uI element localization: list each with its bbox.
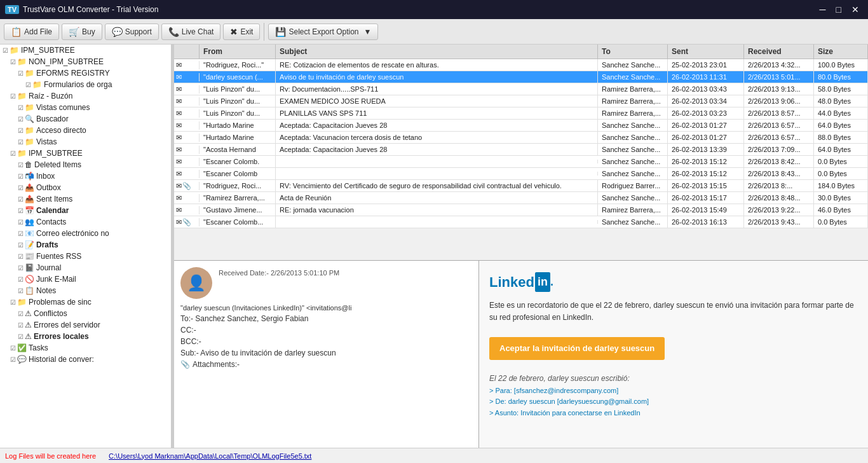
minimize-button[interactable]: ─ <box>816 4 830 15</box>
table-row[interactable]: ✉ "Escaner Colomb Sanchez Sanche... 26-0… <box>174 168 868 180</box>
tree-checkbox[interactable]: ☑ <box>18 116 24 123</box>
sidebar-item-buscador[interactable]: ☑ 🔍 Buscador <box>0 113 171 125</box>
tree-checkbox[interactable]: ☑ <box>18 70 24 77</box>
tree-checkbox[interactable]: ☑ <box>18 322 24 329</box>
sidebar-item-historial[interactable]: ☑ 💬 Historial de conver: <box>0 354 171 365</box>
tree-checkbox[interactable]: ☑ <box>18 219 24 226</box>
table-row[interactable]: ✉ "Luis Pinzon" du... EXAMEN MEDICO JOSE… <box>174 95 868 107</box>
tree-label: Correo electrónico no <box>36 229 109 238</box>
header-size[interactable]: Size <box>814 45 868 59</box>
email-icon: ✉ <box>176 109 182 118</box>
tree-checkbox[interactable]: ☑ <box>18 265 24 272</box>
tree-checkbox[interactable]: ☑ <box>25 81 31 88</box>
tree-checkbox[interactable]: ☑ <box>18 184 24 191</box>
sidebar-item-fuentes_rss[interactable]: ☑ 📰 Fuentes RSS <box>0 251 171 262</box>
tree-checkbox[interactable]: ☑ <box>18 104 24 111</box>
table-row[interactable]: ✉ "Gustavo Jimene... RE: jornada vacunac… <box>174 204 868 216</box>
table-row[interactable]: ✉ "Luis Pinzon" du... Rv: Documentacion.… <box>174 83 868 95</box>
sidebar-item-junk_email[interactable]: ☑ 🚫 Junk E-Mail <box>0 273 171 285</box>
tree-checkbox[interactable]: ☑ <box>18 173 24 180</box>
sidebar-item-contacts[interactable]: ☑ 👥 Contacts <box>0 216 171 228</box>
sidebar-item-calendar[interactable]: ☑ 📅 Calendar <box>0 205 171 216</box>
sidebar-item-acceso_directo[interactable]: ☑ 📁 Acceso directo <box>0 125 171 136</box>
sidebar-item-drafts[interactable]: ☑ 📝 Drafts <box>0 239 171 251</box>
sidebar-item-formularios[interactable]: ☑ 📁 Formularios de orga <box>0 79 171 90</box>
log-path-link[interactable]: C:\Users\Lyod Marknam\AppData\Local\Temp… <box>109 452 311 460</box>
tree-checkbox[interactable]: ☑ <box>10 150 16 157</box>
sidebar-item-conflictos[interactable]: ☑ ⚠ Conflictos <box>0 308 171 319</box>
tree-checkbox[interactable]: ☑ <box>18 207 24 214</box>
sidebar-item-inbox[interactable]: ☑ 📬 Inbox <box>0 170 171 182</box>
tree-checkbox[interactable]: ☑ <box>18 287 24 294</box>
maximize-button[interactable]: □ <box>832 4 845 15</box>
header-received[interactable]: Received <box>744 45 814 59</box>
row-received: 2/26/2013 8:43... <box>744 168 814 179</box>
table-row[interactable]: ✉ "Hurtado Marine Aceptada: Vacunacion t… <box>174 132 868 144</box>
tree-checkbox[interactable]: ☑ <box>18 276 24 283</box>
tree-checkbox[interactable]: ☑ <box>10 345 16 352</box>
tree-checkbox[interactable]: ☑ <box>18 253 24 260</box>
select-export-button[interactable]: 💾 Select Export Option ▼ <box>268 24 378 40</box>
tree-checkbox[interactable]: ☑ <box>18 139 24 146</box>
email-list-header: From Subject To Sent Received Size <box>174 45 868 59</box>
tree-checkbox[interactable]: ☑ <box>18 242 24 249</box>
tree-checkbox[interactable]: ☑ <box>10 356 16 363</box>
sidebar-item-ipm_subtree2[interactable]: ☑ 📁 IPM_SUBTREE <box>0 148 171 159</box>
live-chat-button[interactable]: 📞 Live Chat <box>161 24 221 40</box>
row-sent: 26-02-2013 15:49 <box>668 204 744 216</box>
tree-checkbox[interactable]: ☑ <box>18 162 24 169</box>
table-row[interactable]: ✉ "Hurtado Marine Aceptada: Capacitacion… <box>174 120 868 132</box>
tree-checkbox[interactable]: ☑ <box>18 230 24 237</box>
sidebar-item-deleted_items[interactable]: ☑ 🗑 Deleted Items <box>0 159 171 170</box>
sidebar-item-raiz_buzon[interactable]: ☑ 📁 Raíz - Buzón <box>0 90 171 102</box>
row-sent: 26-02-2013 03:43 <box>668 83 744 95</box>
tree-checkbox[interactable]: ☑ <box>18 196 24 203</box>
sidebar-item-vistas[interactable]: ☑ 📁 Vistas <box>0 136 171 148</box>
linkedin-accept-button[interactable]: Aceptar la invitación de darley suescun <box>489 337 665 361</box>
tree-checkbox[interactable]: ☑ <box>10 93 16 100</box>
table-row[interactable]: ✉ "Luis Pinzon" du... PLANILLAS VANS SPS… <box>174 107 868 120</box>
tree-label: Calendar <box>36 206 69 215</box>
sidebar-item-non_ipm_subtree[interactable]: ☑ 📁 NON_IPM_SUBTREE <box>0 56 171 67</box>
sidebar-item-ipm_subtree[interactable]: ☑ 📁 IPM_SUBTREE <box>0 45 171 56</box>
tree-label: Junk E-Mail <box>36 275 76 284</box>
sidebar-item-eforms_registry[interactable]: ☑ 📁 EFORMS REGISTRY <box>0 67 171 79</box>
table-row[interactable]: ✉ "Escaner Colomb. Sanchez Sanche... 26-… <box>174 156 868 168</box>
table-row[interactable]: ✉ 📎 "Escaner Colomb... Sanchez Sanche...… <box>174 216 868 228</box>
tree-checkbox[interactable]: ☑ <box>10 299 16 306</box>
exit-button[interactable]: ✖ Exit <box>223 24 260 40</box>
row-subject: Acta de Reunión <box>276 192 598 204</box>
add-file-button[interactable]: 📋 Add File <box>4 24 59 40</box>
sidebar-item-vistas_comunes[interactable]: ☑ 📁 Vistas comunes <box>0 102 171 113</box>
table-row[interactable]: ✉ "Acosta Hernand Aceptada: Capacitacion… <box>174 144 868 156</box>
buy-button[interactable]: 🛒 Buy <box>62 24 102 40</box>
sidebar-item-outbox[interactable]: ☑ 📤 Outbox <box>0 182 171 193</box>
table-row[interactable]: ✉ "Rodriguez, Roci..." RE: Cotizacion de… <box>174 59 868 71</box>
close-button[interactable]: ✕ <box>848 4 863 15</box>
header-to[interactable]: To <box>598 45 668 59</box>
row-from: "Gustavo Jimene... <box>200 204 276 216</box>
tree-checkbox[interactable]: ☑ <box>18 310 24 317</box>
sidebar-item-problemas[interactable]: ☑ 📁 Problemas de sinc <box>0 296 171 308</box>
tree-checkbox[interactable]: ☑ <box>10 59 16 66</box>
sidebar-item-notes[interactable]: ☑ 📋 Notes <box>0 285 171 296</box>
header-subject[interactable]: Subject <box>276 45 598 59</box>
support-button[interactable]: 💬 Support <box>105 24 159 40</box>
tree-checkbox[interactable]: ☑ <box>18 333 24 340</box>
sidebar-item-correo[interactable]: ☑ 📧 Correo electrónico no <box>0 228 171 239</box>
sidebar-item-tasks[interactable]: ☑ ✅ Tasks <box>0 342 171 354</box>
header-sent[interactable]: Sent <box>668 45 744 59</box>
sidebar-item-errores_servidor[interactable]: ☑ ⚠ Errores del servidor <box>0 319 171 331</box>
sidebar-item-errores_locales[interactable]: ☑ ⚠ Errores locales <box>0 331 171 342</box>
table-row[interactable]: ✉ "darley suescun (... Aviso de tu invit… <box>174 71 868 83</box>
tree-checkbox[interactable]: ☑ <box>18 127 24 134</box>
table-row[interactable]: ✉ "Ramirez Barrera,... Acta de Reunión S… <box>174 192 868 204</box>
sidebar-item-journal[interactable]: ☑ 📓 Journal <box>0 262 171 273</box>
table-row[interactable]: ✉ 📎 "Rodriguez, Roci... RV: Vencimiento … <box>174 180 868 192</box>
row-size: 0.0 Bytes <box>814 216 868 228</box>
sidebar-item-sent_items[interactable]: ☑ 📤 Sent Items <box>0 193 171 205</box>
header-from[interactable]: From <box>200 45 276 59</box>
email-icon: ✉ <box>176 194 182 202</box>
main-area: ☑ 📁 IPM_SUBTREE ☑ 📁 NON_IPM_SUBTREE ☑ 📁 … <box>0 45 868 448</box>
tree-checkbox[interactable]: ☑ <box>3 47 8 54</box>
